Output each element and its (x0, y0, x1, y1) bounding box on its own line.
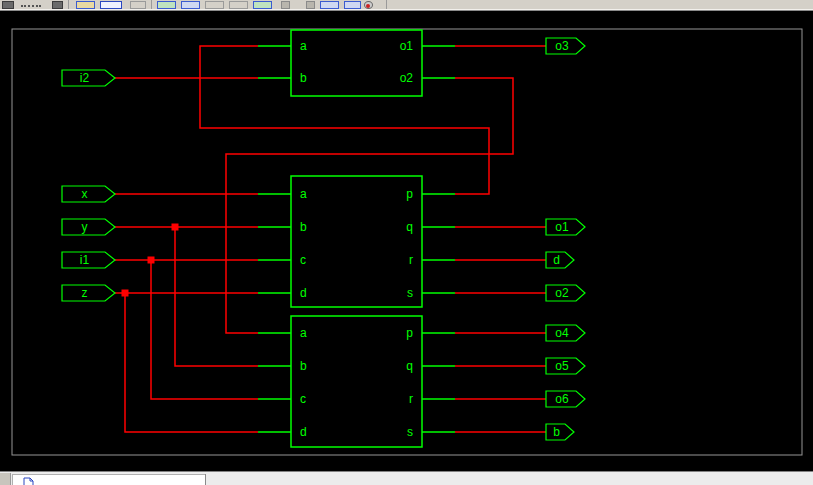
input-port-x[interactable] (62, 186, 115, 202)
input-port-y[interactable] (62, 219, 115, 235)
block-bottom-pin-label-q: q (406, 359, 413, 373)
block-bottom-pin-label-c: c (300, 392, 306, 406)
block-bottom-pin-label-b: b (300, 359, 307, 373)
wire-junction-2 (148, 257, 155, 264)
toolbar-button-07[interactable] (157, 1, 176, 9)
schematic-drawing[interactable]: abo1o2abcdpqrsabcdpqrsi2xyi1zo3o1do2o4o5… (0, 11, 813, 471)
input-port-i1-label: i1 (80, 253, 90, 267)
input-port-y-label: y (82, 220, 88, 234)
toolbar-button-16[interactable] (364, 1, 373, 9)
wire-top-o2-to-bottom-a[interactable] (226, 78, 513, 333)
toolbar-button-09[interactable] (205, 1, 224, 9)
toolbar-button-02[interactable] (21, 1, 41, 7)
schematic-editor-window: abo1o2abcdpqrsabcdpqrsi2xyi1zo3o1do2o4o5… (0, 0, 813, 485)
block-bottom-pin-label-s: s (407, 425, 413, 439)
toolbar-button-08[interactable] (181, 1, 200, 9)
output-port-o2-label: o2 (555, 286, 569, 300)
block-bottom[interactable] (291, 316, 422, 447)
toolbar-button-04[interactable] (76, 1, 95, 9)
toolbar-button-11[interactable] (253, 1, 272, 9)
input-port-x-label: x (82, 187, 88, 201)
toolbar-button-13[interactable] (306, 1, 315, 9)
wire-junction-3 (122, 290, 129, 297)
block-middle-pin-label-a: a (300, 187, 307, 201)
tab-bar-divider (205, 474, 206, 485)
toolbar-button-06[interactable] (130, 1, 146, 9)
wire-junction-1 (172, 224, 179, 231)
block-bottom-pin-label-r: r (409, 392, 413, 406)
block-top-pin-label-b: b (300, 71, 307, 85)
block-middle-pin-label-p: p (406, 187, 413, 201)
toolbar-button-14[interactable] (320, 1, 339, 9)
output-port-o1-label: o1 (555, 220, 569, 234)
block-bottom-pin-label-p: p (406, 326, 413, 340)
toolbar (0, 0, 813, 9)
block-bottom-pin-label-d: d (300, 425, 307, 439)
toolbar-button-03[interactable] (52, 1, 63, 9)
block-middle-pin-label-b: b (300, 220, 307, 234)
block-middle-pin-label-q: q (406, 220, 413, 234)
statusbar-corner (0, 473, 11, 485)
wire-z-branch-bottom-d[interactable] (125, 293, 258, 432)
block-middle-pin-label-d: d (300, 286, 307, 300)
document-icon (23, 477, 34, 485)
block-middle[interactable] (291, 176, 422, 307)
sheet-border (12, 29, 802, 455)
sheet-tab[interactable] (12, 474, 205, 485)
wire-middle-p-to-top-a[interactable] (200, 46, 489, 194)
toolbar-button-10[interactable] (229, 1, 248, 9)
wire-i1-branch-bottom-c[interactable] (151, 260, 258, 399)
block-middle-pin-label-c: c (300, 253, 306, 267)
input-port-z[interactable] (62, 285, 115, 301)
input-port-i2-label: i2 (80, 71, 90, 85)
output-port-b[interactable] (546, 424, 574, 440)
toolbar-button-15[interactable] (344, 1, 361, 9)
output-port-d[interactable] (546, 252, 574, 268)
output-port-o5-label: o5 (555, 359, 569, 373)
output-port-o6-label: o6 (555, 392, 569, 406)
block-middle-pin-label-s: s (407, 286, 413, 300)
block-top-pin-label-a: a (300, 39, 307, 53)
output-port-d-label: d (553, 253, 560, 267)
input-port-z-label: z (82, 286, 88, 300)
toolbar-button-12[interactable] (281, 1, 290, 9)
schematic-canvas[interactable]: abo1o2abcdpqrsabcdpqrsi2xyi1zo3o1do2o4o5… (0, 11, 813, 471)
bottom-tab-bar (0, 472, 813, 485)
output-port-b-label: b (553, 425, 560, 439)
toolbar-button-01[interactable] (2, 1, 14, 9)
wire-y-branch-bottom-b[interactable] (175, 227, 258, 366)
block-top-pin-label-o2: o2 (400, 71, 414, 85)
output-port-o4-label: o4 (555, 326, 569, 340)
block-top-pin-label-o1: o1 (400, 39, 414, 53)
block-middle-pin-label-r: r (409, 253, 413, 267)
toolbar-button-05[interactable] (100, 1, 122, 9)
block-bottom-pin-label-a: a (300, 326, 307, 340)
output-port-o3-label: o3 (555, 39, 569, 53)
